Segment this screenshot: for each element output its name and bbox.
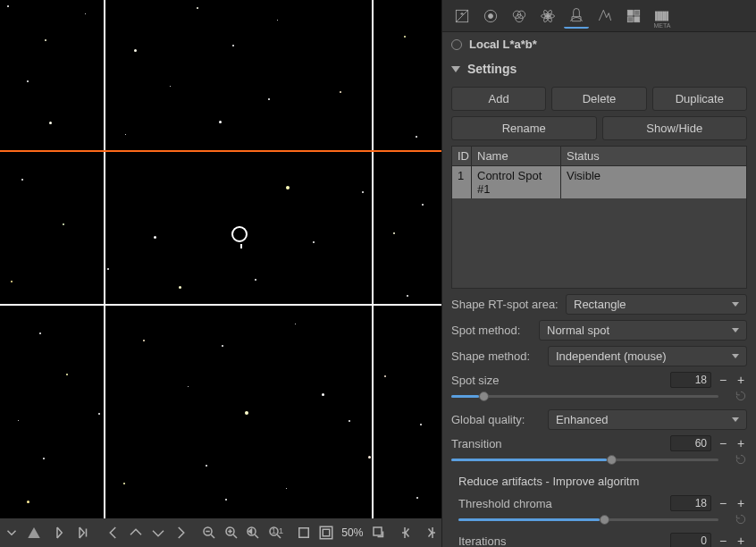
spot-marker[interactable] [231, 226, 248, 242]
module-header[interactable]: Local L*a*b* [442, 32, 756, 56]
detail-tab-icon[interactable] [478, 4, 503, 29]
threshold-chroma-inc[interactable]: + [735, 497, 747, 509]
spot-size-value[interactable]: 18 [670, 372, 711, 388]
transform-tab-icon[interactable] [592, 4, 617, 29]
transition-dec[interactable]: − [717, 437, 729, 450]
chevron-down-icon [732, 328, 739, 332]
zoom-100-icon[interactable]: 1:1 [265, 522, 286, 543]
threshold-chroma-dec[interactable]: − [717, 497, 729, 509]
svg-rect-20 [634, 10, 640, 15]
svg-rect-29 [667, 12, 668, 21]
chevron-down-icon [732, 417, 739, 422]
spot-method-select[interactable]: Normal spot [539, 320, 747, 341]
zoom-fit-icon[interactable] [243, 522, 264, 543]
shape-area-label: Shape RT-spot area: [451, 298, 559, 311]
settings-title: Settings [467, 62, 517, 76]
viewer-toolbar: 1:1 50% [0, 518, 441, 547]
shape-method-select[interactable]: Independent (mouse) [548, 346, 747, 366]
color-tab-icon[interactable] [507, 4, 532, 29]
artifacts-subhead: Reduce artifacts - Improve algoritm [451, 473, 747, 490]
svg-text:1:1: 1:1 [271, 526, 283, 535]
svg-rect-8 [374, 527, 382, 535]
hand-tool-icon[interactable] [24, 522, 45, 543]
table-row[interactable]: 1 Control Spot #1 Visible [452, 166, 746, 198]
transition-slider[interactable] [451, 453, 729, 466]
exposure-tab-icon[interactable] [449, 4, 475, 29]
svg-rect-22 [634, 16, 640, 21]
guide-horizontal-top[interactable] [0, 150, 441, 152]
before-after-icon[interactable] [53, 522, 73, 543]
shape-method-label: Shape method: [451, 349, 541, 363]
local-tab-icon[interactable] [564, 4, 589, 29]
spot-size-slider[interactable] [451, 390, 729, 402]
guide-horizontal-bottom[interactable] [0, 304, 441, 306]
col-name[interactable]: Name [472, 147, 561, 165]
global-quality-label: Global quality: [451, 413, 541, 426]
new-detail-window-icon[interactable] [368, 522, 389, 543]
spot-size-label: Spot size [451, 374, 665, 387]
svg-rect-21 [627, 16, 633, 21]
svg-rect-27 [663, 12, 665, 21]
svg-rect-25 [659, 12, 661, 21]
iterations-inc[interactable]: + [735, 534, 747, 547]
settings-section-header[interactable]: Settings [442, 56, 756, 81]
threshold-chroma-label: Threshold chroma [458, 497, 665, 510]
svg-rect-23 [656, 12, 658, 21]
col-status[interactable]: Status [561, 147, 746, 165]
global-quality-select[interactable]: Enhanced [548, 409, 747, 430]
shape-area-select[interactable]: Rectangle [566, 294, 747, 315]
iterations-dec[interactable]: − [717, 534, 729, 547]
threshold-chroma-slider[interactable] [458, 513, 729, 526]
spot-method-label: Spot method: [451, 324, 532, 337]
toggle-right-panel-icon[interactable] [419, 522, 440, 543]
showhide-button[interactable]: Show/Hide [602, 116, 748, 140]
transition-reset-icon[interactable] [735, 453, 747, 466]
table-empty-area [452, 198, 746, 288]
svg-rect-6 [320, 526, 332, 539]
delete-button[interactable]: Delete [551, 87, 646, 111]
svg-rect-7 [323, 529, 330, 536]
guide-vertical-left[interactable] [104, 0, 105, 518]
crop-icon[interactable] [294, 522, 315, 543]
threshold-chroma-reset-icon[interactable] [735, 513, 747, 526]
svg-point-11 [489, 13, 493, 18]
before-after-lock-icon[interactable] [75, 522, 96, 543]
col-id[interactable]: ID [452, 147, 472, 165]
image-viewport-pane: 1:1 50% [0, 0, 441, 547]
nav-down-icon[interactable] [147, 522, 168, 543]
toggle-left-panel-icon[interactable] [398, 522, 418, 543]
transition-inc[interactable]: + [735, 437, 747, 450]
iterations-value[interactable]: 0 [670, 533, 711, 547]
rename-button[interactable]: Rename [451, 116, 597, 140]
disclosure-icon [451, 66, 460, 72]
svg-rect-5 [299, 528, 309, 538]
module-enable-radio[interactable] [451, 39, 462, 50]
add-button[interactable]: Add [451, 87, 546, 111]
tool-tabs: META [442, 0, 756, 32]
zoom-in-icon[interactable] [221, 522, 241, 543]
svg-point-15 [546, 14, 549, 17]
nav-left-icon[interactable] [104, 522, 124, 543]
threshold-chroma-value[interactable]: 18 [670, 495, 711, 511]
nav-up-icon[interactable] [126, 522, 147, 543]
spot-size-dec[interactable]: − [717, 374, 729, 386]
spot-size-reset-icon[interactable] [735, 390, 747, 402]
nav-right-icon[interactable] [170, 522, 190, 543]
fit-crop-icon[interactable] [316, 522, 337, 543]
transition-label: Transition [451, 437, 665, 450]
svg-rect-26 [661, 12, 662, 21]
image-viewport[interactable] [0, 0, 441, 518]
chevron-down-icon [732, 354, 739, 358]
advanced-tab-icon[interactable] [535, 4, 560, 29]
meta-tab-icon[interactable]: META [650, 4, 675, 29]
spot-size-inc[interactable]: + [735, 374, 747, 386]
guide-vertical-right[interactable] [372, 0, 374, 518]
duplicate-button[interactable]: Duplicate [652, 87, 747, 111]
zoom-out-icon[interactable] [199, 522, 220, 543]
transition-value[interactable]: 60 [670, 435, 711, 451]
raw-tab-icon[interactable] [621, 4, 646, 29]
chevron-down-icon [732, 302, 739, 307]
iterations-label: Iterations [458, 534, 665, 548]
menu-dropdown[interactable] [2, 522, 22, 543]
zoom-level-label: 50% [338, 526, 366, 539]
